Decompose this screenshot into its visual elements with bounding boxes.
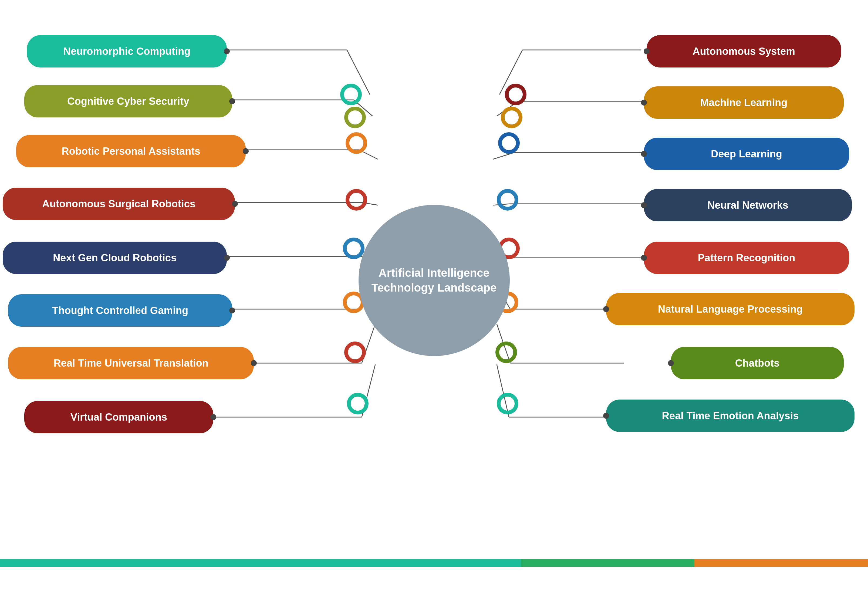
ring-teal — [340, 84, 362, 105]
node-deep-learning: Deep Learning — [644, 138, 849, 170]
node-autonomous-label: Autonomous System — [692, 46, 795, 57]
node-neuromorphic: Neuromorphic Computing — [27, 35, 227, 68]
ring-green-r — [495, 341, 517, 363]
node-virtual-comp-label: Virtual Companions — [71, 412, 167, 423]
node-emotion-label: Real Time Emotion Analysis — [662, 410, 799, 422]
node-neural-nets-label: Neural Networks — [707, 199, 788, 211]
node-machine-learning: Machine Learning — [644, 86, 844, 119]
node-deep-learning-label: Deep Learning — [711, 148, 782, 160]
node-chatbots: Chatbots — [671, 347, 844, 379]
ring-darkred-r — [505, 84, 527, 105]
node-emotion: Real Time Emotion Analysis — [606, 400, 855, 432]
center-title: Artificial Intelligence Technology Lands… — [359, 266, 510, 295]
node-pattern-rec: Pattern Recognition — [644, 242, 849, 274]
node-neural-nets: Neural Networks — [644, 189, 852, 221]
node-cognitive-label: Cognitive Cyber Security — [67, 96, 189, 107]
node-neuromorphic-label: Neuromorphic Computing — [63, 46, 190, 57]
node-cloud-robotics: Next Gen Cloud Robotics — [3, 242, 227, 274]
node-cloud-robotics-label: Next Gen Cloud Robotics — [53, 252, 177, 264]
ring-teal2-r — [497, 393, 518, 414]
node-thought-gaming-label: Thought Controlled Gaming — [52, 305, 188, 316]
node-universal-trans: Real Time Universal Translation — [8, 347, 254, 379]
node-surgical-label: Autonomous Surgical Robotics — [42, 198, 195, 210]
ring-olive — [344, 106, 366, 128]
ring-orange-l — [345, 132, 367, 154]
node-machine-learning-label: Machine Learning — [700, 97, 787, 109]
node-virtual-comp: Virtual Companions — [24, 401, 213, 433]
node-thought-gaming: Thought Controlled Gaming — [8, 294, 232, 327]
node-cognitive: Cognitive Cyber Security — [24, 85, 232, 117]
center-circle: Artificial Intelligence Technology Lands… — [359, 205, 510, 356]
node-surgical: Autonomous Surgical Robotics — [3, 188, 235, 220]
node-robotic-personal: Robotic Personal Assistants — [16, 135, 246, 167]
ring-blue-r — [497, 189, 518, 211]
ring-gold-r — [501, 106, 523, 128]
ring-crimson-l — [345, 189, 367, 211]
diagram-container: Artificial Intelligence Technology Lands… — [0, 0, 868, 567]
node-autonomous: Autonomous System — [647, 35, 841, 68]
ring-red-l — [344, 341, 366, 363]
node-robotic-personal-label: Robotic Personal Assistants — [62, 146, 200, 157]
node-nlp-label: Natural Language Processing — [658, 303, 803, 315]
node-nlp: Natural Language Processing — [606, 293, 855, 325]
node-universal-trans-label: Real Time Universal Translation — [53, 357, 208, 369]
node-chatbots-label: Chatbots — [735, 357, 780, 369]
node-pattern-rec-label: Pattern Recognition — [698, 252, 795, 264]
ring-cobalt-r — [498, 132, 520, 154]
ring-blue-l — [343, 238, 365, 259]
ring-teal2-l — [347, 393, 369, 414]
